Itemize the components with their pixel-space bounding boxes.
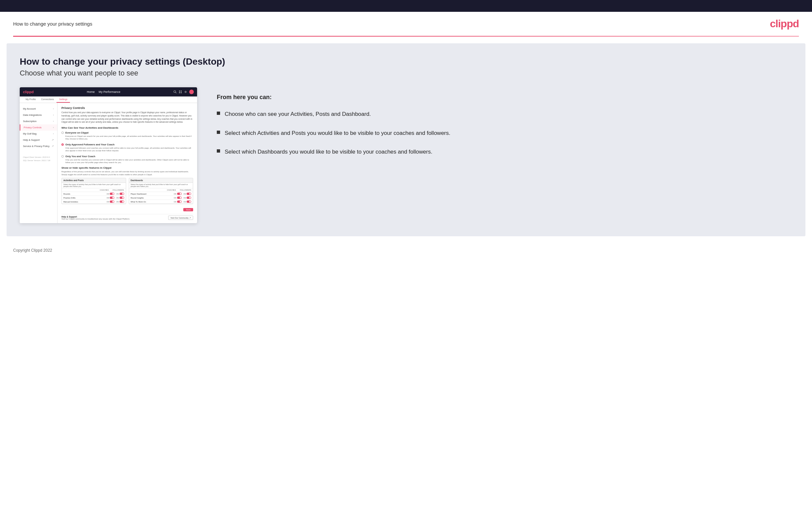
mock-radio-content-everyone: Everyone on Clippd Everyone on Clippd ca… — [65, 131, 193, 140]
mock-radio-followers[interactable]: Only Approved Followers and Your Coach O… — [61, 143, 193, 152]
mock-toggle-what-followers[interactable] — [187, 201, 191, 203]
mock-radio-desc-only-you: Only you and the coaches you connect wit… — [65, 159, 193, 164]
mock-insights-followers-toggle[interactable]: ON — [184, 196, 192, 199]
mock-col-followers: FOLLOWERS — [113, 189, 124, 191]
mock-rounds-toggles: ON ON — [107, 192, 124, 195]
mock-what-coaches-toggle[interactable]: ON — [174, 201, 182, 203]
mock-radio-label-only-you: Only You and Your Coach — [65, 155, 193, 158]
mock-tab-settings[interactable]: Settings — [56, 97, 70, 103]
mock-player-dash-toggles: ON ON — [174, 192, 191, 195]
mock-manual-label: Manual Activities — [63, 201, 78, 203]
mock-toggle-manual-followers[interactable] — [119, 201, 124, 203]
mock-player-dash-row: Player Dashboard ON ON — [129, 192, 193, 196]
mock-avatar — [189, 90, 194, 94]
bullet-square-0 — [217, 112, 220, 115]
content-row: clippd Home My Performance My Profile Co… — [20, 87, 792, 223]
mock-rounds-followers-toggle[interactable]: ON — [116, 192, 124, 195]
mock-toggle-rounds-coaches[interactable] — [110, 192, 114, 195]
mock-show-hide-desc: Regardless of the privacy controls that … — [61, 170, 193, 176]
mock-sidebar-privacy-policy[interactable]: Service & Privacy Policy ↗ — [20, 143, 57, 149]
bullet-list: Choose who can see your Activities, Post… — [217, 110, 792, 156]
mock-sidebar-subscription[interactable]: Subscription › — [20, 118, 57, 124]
mock-manual-row: Manual Activities ON ON — [62, 200, 126, 204]
mock-toggle-rounds-followers[interactable] — [119, 192, 124, 195]
header-divider — [13, 36, 799, 37]
mock-visit-btn[interactable]: Visit Our Community ↗ — [168, 216, 193, 220]
bullet-item-2: Select which Dashboards you would like t… — [217, 148, 792, 156]
mock-toggle-player-coaches[interactable] — [177, 192, 182, 195]
mock-dash-col-coaches: COACHES — [167, 189, 176, 191]
svg-rect-4 — [179, 92, 180, 93]
mock-radio-label-followers: Only Approved Followers and Your Coach — [65, 143, 193, 146]
bullet-text-0: Choose who can see your Activities, Post… — [225, 110, 371, 118]
mock-practice-label: Practice Drills — [63, 197, 75, 199]
mock-main-panel: Privacy Controls Control how you and you… — [57, 103, 197, 223]
mock-dashboards-table-desc: Select the types of activity that you'd … — [129, 183, 193, 188]
mock-round-insights-toggles: ON ON — [174, 196, 191, 199]
mock-radio-content-only-you: Only You and Your Coach Only you and the… — [65, 155, 193, 164]
mock-sidebar-privacy-controls[interactable]: Privacy Controls › — [20, 124, 57, 130]
mock-toggle-player-followers[interactable] — [187, 192, 191, 195]
mock-manual-coaches-toggle[interactable]: ON — [107, 201, 115, 203]
mock-sidebar-my-account[interactable]: My Account › — [20, 106, 57, 112]
mock-toggle-insights-followers[interactable] — [187, 196, 191, 199]
mock-radio-desc-everyone: Everyone on Clippd can search for you an… — [65, 135, 193, 140]
mock-radio-btn-everyone[interactable] — [61, 131, 64, 134]
mock-practice-followers-toggle[interactable]: ON — [116, 196, 124, 199]
mock-nav-icons — [173, 90, 194, 94]
header: How to change your privacy settings clip… — [0, 12, 812, 36]
mock-player-dash-label: Player Dashboard — [131, 193, 147, 195]
mock-what-followers-toggle[interactable]: ON — [184, 201, 192, 203]
mock-toggle-manual-coaches[interactable] — [110, 201, 114, 203]
bullet-square-1 — [217, 130, 220, 134]
mock-help-text-block: Help & Support Visit our Clippd communit… — [61, 216, 130, 220]
mock-toggle-insights-coaches[interactable] — [177, 196, 182, 199]
mock-body: My Account › Data Integrations › Subscri… — [20, 103, 197, 223]
mock-rounds-label: Rounds — [63, 193, 70, 195]
mock-save-button[interactable]: Save — [183, 208, 193, 211]
mock-tab-profile[interactable]: My Profile — [23, 97, 39, 103]
mock-sidebar-help[interactable]: Help & Support ↗ — [20, 137, 57, 143]
bullet-text-1: Select which Activities and Posts you wo… — [225, 129, 450, 137]
info-panel: From here you can: Choose who can see yo… — [210, 87, 792, 156]
mock-col-coaches: COACHES — [100, 189, 109, 191]
mock-tables-row: Activities and Posts Select the types of… — [61, 178, 193, 204]
svg-point-7 — [185, 92, 186, 92]
mock-settings-icon — [184, 90, 187, 94]
bullet-text-2: Select which Dashboards you would like t… — [225, 148, 432, 156]
mock-toggle-practice-followers[interactable] — [119, 196, 124, 199]
mock-tab-connections[interactable]: Connections — [39, 97, 56, 103]
mock-topbar: clippd Home My Performance — [20, 87, 197, 97]
mock-practice-coaches-toggle[interactable]: ON — [107, 196, 115, 199]
mock-show-hide-title: Show or hide specific features in Clippd — [61, 166, 193, 169]
svg-rect-2 — [179, 91, 180, 92]
svg-point-0 — [174, 91, 176, 93]
mock-practice-row: Practice Drills ON ON — [62, 196, 126, 200]
mock-radio-everyone[interactable]: Everyone on Clippd Everyone on Clippd ca… — [61, 131, 193, 140]
mock-toggle-what-coaches[interactable] — [177, 201, 182, 203]
mock-radio-group: Everyone on Clippd Everyone on Clippd ca… — [61, 131, 193, 164]
from-here-label: From here you can: — [217, 94, 792, 101]
mock-rounds-row: Rounds ON ON — [62, 192, 126, 196]
mock-player-followers-toggle[interactable]: ON — [184, 192, 192, 195]
svg-rect-5 — [181, 92, 182, 93]
mock-manual-toggles: ON ON — [107, 201, 124, 203]
mock-radio-content-followers: Only Approved Followers and Your Coach O… — [65, 143, 193, 152]
header-title: How to change your privacy settings — [13, 21, 92, 26]
mock-radio-only-you[interactable]: Only You and Your Coach Only you and the… — [61, 155, 193, 164]
chevron-icon: › — [53, 132, 54, 135]
mock-help-title: Help & Support — [61, 216, 130, 218]
mock-practice-toggles: ON ON — [107, 196, 124, 199]
mock-player-coaches-toggle[interactable]: ON — [174, 192, 182, 195]
mock-insights-coaches-toggle[interactable]: ON — [174, 196, 182, 199]
mock-sidebar-golf-bag[interactable]: My Golf Bag › — [20, 130, 57, 137]
mock-toggle-practice-coaches[interactable] — [110, 196, 114, 199]
mock-activities-table: Activities and Posts Select the types of… — [61, 178, 126, 204]
mock-rounds-coaches-toggle[interactable]: ON — [107, 192, 115, 195]
mock-radio-btn-followers[interactable] — [61, 144, 64, 146]
chevron-icon: › — [53, 120, 54, 123]
mock-radio-btn-only-you[interactable] — [61, 155, 64, 158]
mock-manual-followers-toggle[interactable]: ON — [116, 201, 124, 203]
mock-sidebar-data-integrations[interactable]: Data Integrations › — [20, 112, 57, 118]
mock-radio-desc-followers: Only approved followers and coaches you … — [65, 147, 193, 152]
